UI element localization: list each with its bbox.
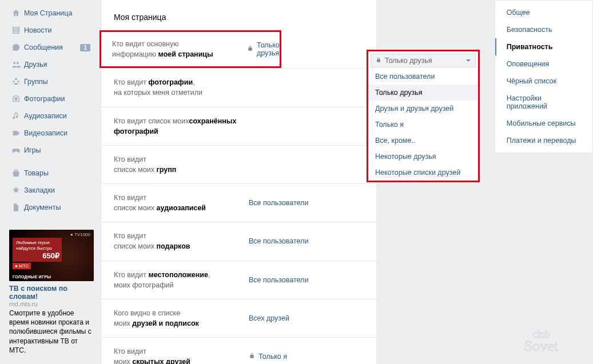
- nav-label: Игры: [24, 146, 41, 154]
- settings-tab-6[interactable]: Мобильные сервисы: [495, 115, 592, 132]
- chevron-down-icon: [466, 59, 471, 62]
- lock-icon: [249, 353, 255, 361]
- nav-label: Закладки: [24, 186, 55, 194]
- nav-item-news[interactable]: Новости: [9, 22, 94, 39]
- nav-item-groups[interactable]: Группы: [9, 73, 94, 90]
- page-title: Моя страница: [101, 0, 376, 32]
- settings-tab-5[interactable]: Настройки приложений: [495, 90, 592, 115]
- svg-text:Sovet: Sovet: [524, 338, 558, 354]
- settings-tabs: ОбщееБезопасностьПриватностьОповещенияЧё…: [495, 0, 593, 153]
- nav-label: Моя Страница: [24, 9, 72, 17]
- groups-icon: [11, 77, 24, 87]
- privacy-value[interactable]: [249, 116, 376, 137]
- nav-item-friends[interactable]: Друзья: [9, 56, 94, 73]
- privacy-label: Кто видитсписок моих групп: [114, 154, 249, 175]
- photos-icon: [11, 94, 24, 104]
- dropdown-option[interactable]: Только друзья: [368, 85, 478, 101]
- dropdown-option[interactable]: Только я: [368, 117, 478, 133]
- nav-label: Видеозаписи: [24, 129, 67, 137]
- lock-icon: [376, 57, 381, 65]
- news-icon: [11, 25, 24, 35]
- privacy-row: Кто видитмоих скрытых друзей Только я: [101, 337, 376, 364]
- dropdown-option[interactable]: Друзья и друзья друзей: [368, 101, 478, 117]
- market-icon: [11, 168, 24, 178]
- lock-icon: [247, 45, 253, 53]
- nav-label: Группы: [24, 78, 48, 86]
- nav-item-fav[interactable]: Закладки: [9, 182, 94, 199]
- home-icon: [11, 8, 24, 18]
- video-icon: [11, 128, 24, 138]
- privacy-label: Кто видит основнуюинформацию моей страни…: [112, 39, 247, 59]
- watermark: clubSovet: [523, 325, 586, 358]
- privacy-row: Кто видит основнуюинформацию моей страни…: [100, 30, 281, 68]
- privacy-label: Кто видит местоположение,моих фотографий: [114, 270, 249, 290]
- settings-panel: Моя страница Кто видит основнуюинформаци…: [101, 0, 377, 364]
- settings-tab-4[interactable]: Чёрный список: [495, 73, 592, 90]
- privacy-label: Кто видит список моихсохранённых фотогра…: [114, 116, 249, 137]
- friends-icon: [11, 59, 24, 70]
- ad-mts: ● МТС: [13, 263, 31, 269]
- dropdown-selected[interactable]: Только друзья: [371, 54, 476, 67]
- privacy-row: Кто видитсписок моих подарков Все пользо…: [101, 222, 376, 260]
- nav-badge: 1: [80, 44, 90, 51]
- privacy-label: Кого видно в спискемоих друзей и подписо…: [114, 308, 249, 329]
- fav-icon: [11, 185, 24, 195]
- nav-item-audio[interactable]: Аудиозаписи: [9, 107, 94, 125]
- ad-title[interactable]: ТВ с поиском по словам!: [9, 285, 94, 301]
- settings-tab-1[interactable]: Безопасность: [495, 21, 592, 38]
- privacy-value[interactable]: Все пользователи: [249, 270, 376, 290]
- privacy-row: Кто видит местоположение,моих фотографий…: [101, 261, 376, 299]
- nav-item-home[interactable]: Моя Страница: [9, 5, 94, 22]
- settings-tab-3[interactable]: Оповещения: [495, 55, 592, 73]
- privacy-value[interactable]: [249, 154, 376, 175]
- privacy-row: Кто видитсписок моих групп: [101, 145, 376, 183]
- audio-icon: [11, 111, 24, 121]
- privacy-value[interactable]: Все пользователи: [249, 231, 376, 251]
- privacy-label: Кто видитмоих скрытых друзей: [114, 346, 249, 364]
- left-nav: Моя Страница Новости Сообщения 1 Друзья …: [9, 0, 94, 364]
- privacy-value[interactable]: Только я: [249, 346, 376, 364]
- privacy-row: Кто видитсписок моих аудиозаписей Все по…: [101, 183, 376, 222]
- docs-icon: [11, 202, 24, 213]
- nav-label: Документы: [24, 203, 61, 211]
- privacy-value[interactable]: Всех друзей: [249, 308, 376, 329]
- nav-label: Фотографии: [24, 95, 65, 103]
- privacy-row: Кого видно в спискемоих друзей и подписо…: [101, 299, 376, 337]
- ad-text: Смотрите в удобное время новинки проката…: [9, 309, 94, 355]
- ad-host: rnd.mts.ru: [9, 301, 94, 307]
- nav-item-games[interactable]: Игры: [9, 142, 94, 159]
- privacy-value[interactable]: Все пользователи: [249, 193, 376, 213]
- dropdown-option[interactable]: Некоторые друзья: [368, 149, 478, 165]
- privacy-label: Кто видитсписок моих аудиозаписей: [114, 193, 249, 213]
- privacy-label: Кто видитсписок моих подарков: [114, 231, 249, 251]
- nav-item-msg[interactable]: Сообщения 1: [9, 39, 94, 56]
- privacy-row: Кто видит фотографии,на которых меня отм…: [101, 68, 376, 106]
- nav-item-photos[interactable]: Фотографии: [9, 90, 94, 107]
- privacy-value[interactable]: Только друзья: [247, 39, 280, 59]
- settings-tab-2[interactable]: Приватность: [495, 38, 592, 55]
- privacy-dropdown[interactable]: Только друзья Все пользователиТолько дру…: [367, 50, 480, 182]
- nav-item-market[interactable]: Товары: [9, 165, 94, 182]
- games-icon: [11, 145, 24, 155]
- nav-label: Новости: [24, 26, 51, 34]
- nav-item-docs[interactable]: Документы: [9, 199, 94, 216]
- ad-red-block: Любимые героинайдутся быстро 650₽: [13, 238, 62, 262]
- privacy-value[interactable]: [249, 77, 376, 98]
- settings-tab-0[interactable]: Общее: [495, 4, 592, 21]
- svg-point-0: [14, 97, 17, 100]
- msg-icon: [11, 42, 24, 53]
- ad-image[interactable]: ● TV1000 Любимые героинайдутся быстро 65…: [9, 230, 94, 281]
- privacy-label: Кто видит фотографии,на которых меня отм…: [114, 77, 249, 98]
- settings-tab-7[interactable]: Платежи и переводы: [495, 132, 592, 149]
- dropdown-option[interactable]: Некоторые списки друзей: [368, 165, 478, 181]
- ad-block[interactable]: ● TV1000 Любимые героинайдутся быстро 65…: [9, 230, 94, 355]
- dropdown-option[interactable]: Все, кроме..: [368, 133, 478, 149]
- nav-label: Товары: [24, 169, 49, 177]
- nav-item-video[interactable]: Видеозаписи: [9, 125, 94, 142]
- nav-label: Сообщения: [24, 43, 63, 51]
- dropdown-option[interactable]: Все пользователи: [368, 69, 478, 85]
- ad-badge: ● TV1000: [70, 232, 90, 237]
- privacy-row: Кто видит список моихсохранённых фотогра…: [101, 107, 376, 145]
- nav-label: Аудиозаписи: [24, 112, 67, 120]
- nav-label: Друзья: [24, 61, 47, 69]
